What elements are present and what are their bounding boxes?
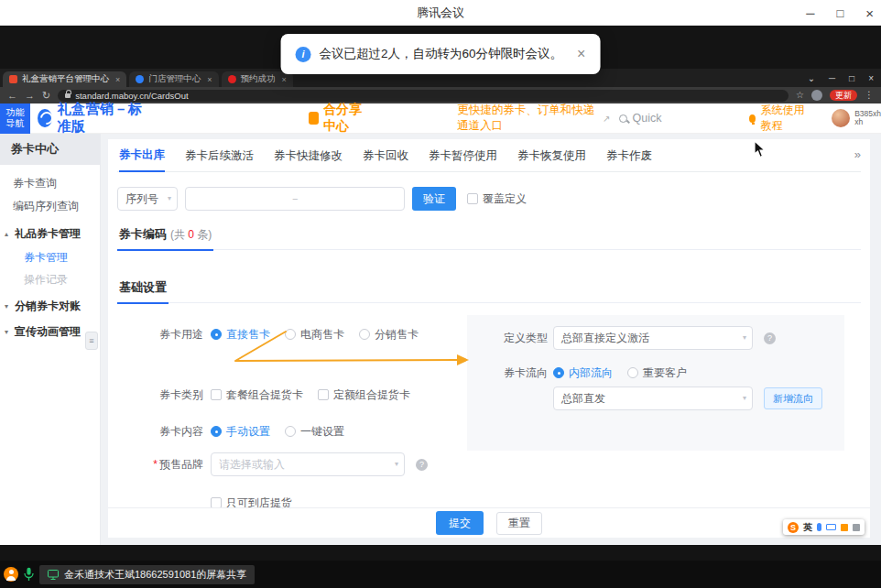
ime-language-indicator[interactable]: 英 [803, 521, 812, 534]
ime-grid-icon[interactable] [841, 524, 848, 531]
tab-card-recycle[interactable]: 券卡回收 [363, 139, 408, 172]
sogou-logo-icon[interactable]: S [788, 522, 799, 533]
caret-down-icon: ▾ [168, 195, 171, 202]
user-avatar [832, 109, 850, 127]
microphone-icon[interactable] [24, 567, 34, 582]
menu-dots-icon[interactable]: ⋮ [865, 91, 874, 100]
sidebar-item-op-log[interactable]: 操作记录 [0, 267, 100, 291]
radio-oneclick-setup[interactable]: 一键设置 [285, 424, 344, 440]
content-card: 券卡出库 券卡后续激活 券卡快捷修改 券卡回收 券卡暂停使用 券卡恢复使用 券卡… [108, 139, 870, 538]
help-icon[interactable]: ? [764, 332, 776, 344]
checkbox-combo-pickup[interactable]: 套餐组合提货卡 [211, 387, 303, 403]
browser-tab-2[interactable]: 门店管理中心 × [129, 71, 218, 87]
toast-close-icon[interactable]: × [577, 47, 585, 61]
radio-manual-setup[interactable]: 手动设置 [211, 424, 270, 440]
user-account[interactable]: B385xh xh [832, 109, 881, 127]
card-flow-row: 券卡流向 内部流向 重要客户 [467, 361, 844, 385]
flow-target-select[interactable]: 总部直发 ▾ [553, 387, 753, 410]
burger-icon: ≡ [89, 336, 93, 345]
app-logo[interactable]: 礼盒营销－标准版 [38, 101, 146, 136]
radio-ecommerce-sale[interactable]: 电商售卡 [285, 327, 344, 343]
share-center-link[interactable]: 合分享中心 [309, 102, 373, 135]
meeting-title: 腾讯会议 [417, 5, 464, 21]
sidebar-collapse-handle[interactable]: ≡ [85, 332, 98, 350]
presale-brand-select[interactable]: 请选择或输入 ▾ [211, 452, 405, 476]
section-basic-settings: 基础设置 [117, 278, 861, 303]
bottom-taskbar: 金禾通技术王斌18662591081的屏幕共享 [0, 561, 881, 588]
tab-card-void[interactable]: 券卡作废 [606, 139, 652, 172]
radio-direct-sale[interactable]: 直接售卡 [211, 327, 270, 343]
person-avatar-icon[interactable] [4, 567, 18, 582]
tencent-meeting-window: 腾讯会议 ─ □ × 礼盒营销平台管理中心 × 门店管理中心 × [0, 0, 881, 588]
close-icon[interactable]: × [865, 6, 874, 20]
ime-mic-icon[interactable] [817, 523, 821, 531]
function-nav-badge[interactable]: 功能 导航 [0, 103, 30, 134]
sidebar: 券卡中心 券卡查询 编码序列查询 ▴ 礼品券卡管理 券卡管理 操作记录 ▾ 分销… [0, 134, 101, 545]
tab-card-out[interactable]: 券卡出库 [119, 139, 165, 172]
nav-badge-line2: 导航 [6, 118, 25, 129]
radio-internal-flow[interactable]: 内部流向 [553, 365, 613, 381]
override-checkbox[interactable]: 覆盖定义 [467, 191, 527, 207]
tab-followup-activate[interactable]: 券卡后续激活 [185, 139, 254, 172]
section-card-code: 券卡编码(共 0 条) [117, 225, 861, 250]
browser-profile-avatar[interactable] [811, 90, 822, 101]
tab-close-icon[interactable]: × [207, 75, 212, 84]
maximize-icon[interactable]: □ [836, 7, 843, 19]
caret-down-icon: ▾ [5, 328, 8, 336]
ime-keyboard-icon[interactable] [826, 524, 836, 530]
quick-entry-label: 更快捷的券卡、订单和快递通道入口 [457, 103, 599, 134]
sidebar-group-gift-card-mgmt[interactable]: ▴ 礼品券卡管理 [0, 222, 100, 245]
add-flow-button[interactable]: 新增流向 [764, 387, 822, 409]
bookmark-star-icon[interactable]: ☆ [796, 91, 804, 100]
checkbox-fixed-pickup[interactable]: 定额组合提货卡 [318, 387, 410, 403]
radio-icon [627, 367, 638, 378]
browser-tab-1[interactable]: 礼盒营销平台管理中心 × [3, 71, 126, 87]
submit-button[interactable]: 提交 [436, 511, 484, 535]
url-field[interactable]: standard.maboy.cn/CardsOut [58, 90, 789, 102]
share-banner-text: 金禾通技术王斌18662591081的屏幕共享 [64, 568, 246, 582]
tutorial-link[interactable]: 系统使用教程 [749, 103, 811, 134]
sidebar-item-card-query[interactable]: 券卡查询 [0, 171, 100, 195]
radio-icon [211, 426, 222, 437]
back-icon[interactable]: ← [7, 91, 17, 101]
radio-icon [211, 329, 222, 340]
radio-distribution-sale[interactable]: 分销售卡 [359, 327, 419, 343]
verify-button[interactable]: 验证 [412, 187, 456, 211]
reset-button[interactable]: 重置 [496, 512, 542, 535]
search-icon [619, 114, 627, 123]
tab-quick-modify[interactable]: 券卡快捷修改 [274, 139, 343, 172]
tabs-overflow-icon[interactable]: » [854, 147, 861, 161]
sidebar-item-card-mgmt[interactable]: 券卡管理 [0, 245, 100, 269]
tab-favicon-icon [136, 75, 144, 83]
browser-update-button[interactable]: 更新 [830, 90, 857, 101]
forward-icon[interactable]: → [25, 91, 35, 101]
sidebar-item-serial-query[interactable]: 编码序列查询 [0, 194, 100, 218]
screen-share-badge[interactable]: 金禾通技术王斌18662591081的屏幕共享 [39, 565, 255, 584]
tab-close-icon[interactable]: × [115, 75, 120, 84]
help-icon[interactable]: ? [416, 459, 428, 471]
serial-type-select[interactable]: 序列号 ▾ [117, 187, 178, 211]
brand-logo-icon [38, 109, 52, 127]
minimize-icon[interactable]: ─ [806, 7, 814, 19]
sidebar-group-distribution[interactable]: ▾ 分销券卡对账 [0, 294, 100, 318]
tab-card-restore[interactable]: 券卡恢复使用 [517, 139, 586, 172]
workspace: 券卡中心 券卡查询 编码序列查询 ▴ 礼品券卡管理 券卡管理 操作记录 ▾ 分销… [0, 134, 881, 545]
radio-vip-customer[interactable]: 重要客户 [627, 365, 687, 381]
definition-type-select[interactable]: 总部直接定义激活 ▾ [553, 326, 753, 350]
screen-share-area: 礼盒营销平台管理中心 × 门店管理中心 × 预约成功 × ⌄ ─ □ [0, 26, 881, 561]
ime-toolbox-icon[interactable] [853, 524, 860, 531]
tab-search-icon[interactable]: ⌄ [808, 73, 815, 83]
maximize-icon[interactable]: □ [849, 73, 854, 83]
browser-tab-3[interactable]: 预约成功 × [222, 71, 293, 87]
meeting-toast: i 会议已超过2人，自动转为60分钟限时会议。 × [281, 34, 601, 74]
quick-entry-link[interactable]: 更快捷的券卡、订单和快递通道入口 ↗ [457, 103, 610, 134]
serial-range-input[interactable]: － [185, 187, 405, 211]
close-icon[interactable]: × [868, 73, 874, 83]
tab-card-suspend[interactable]: 券卡暂停使用 [429, 139, 497, 172]
meeting-titlebar: 腾讯会议 ─ □ × [0, 0, 881, 26]
verify-row: 序列号 ▾ － 验证 覆盖定义 [117, 187, 527, 211]
quick-search[interactable]: Quick [619, 112, 661, 125]
tab-close-icon[interactable]: × [282, 75, 287, 84]
reload-icon[interactable]: ↻ [42, 91, 50, 101]
minimize-icon[interactable]: ─ [829, 73, 835, 83]
